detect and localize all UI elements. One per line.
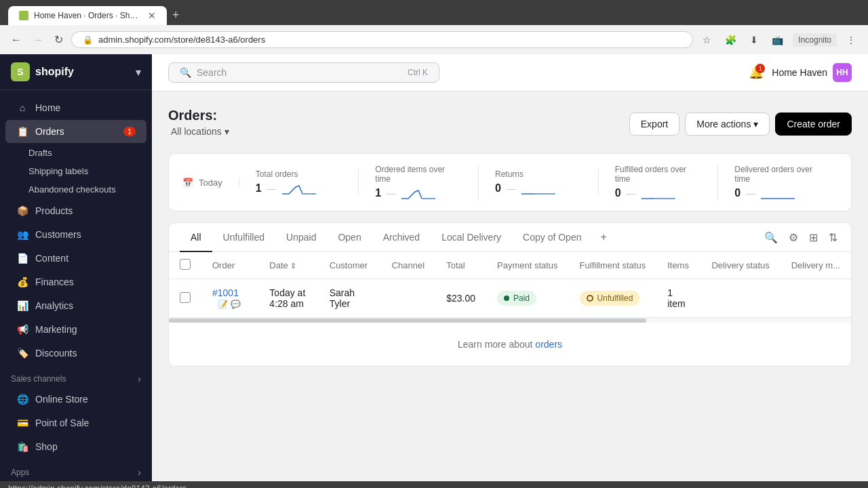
tab-unfulfilled[interactable]: Unfulfilled (212, 224, 275, 252)
shopify-logo-icon: S (11, 62, 30, 81)
order-delivery-method-cell (781, 279, 851, 318)
sidebar-item-analytics[interactable]: 📊 Analytics (5, 294, 146, 317)
apps-header: Apps › (0, 459, 152, 481)
export-button[interactable]: Export (629, 113, 679, 136)
sidebar-item-finances[interactable]: 💰 Finances (5, 270, 146, 293)
order-items-cell: 1 item (656, 279, 701, 318)
address-bar[interactable]: 🔒 admin.shopify.com/store/de8143-a6/orde… (71, 31, 693, 48)
col-channel: Channel (381, 252, 435, 279)
content-icon: 📄 (16, 252, 28, 264)
sidebar-item-discounts[interactable]: 🏷️ Discounts (5, 342, 146, 365)
store-avatar: HH (833, 63, 852, 82)
columns-button[interactable]: ⊞ (806, 228, 821, 247)
sidebar-item-label: Home (35, 102, 60, 113)
stats-dash-4: — (627, 188, 636, 199)
sidebar-item-label: Marketing (35, 324, 77, 335)
store-button[interactable]: Home Haven HH (772, 63, 852, 82)
status-bar: https://admin.shopify.com/store/de8143-a… (0, 481, 868, 488)
stats-ordered-items-label: Ordered items over time (375, 165, 462, 184)
tab-all[interactable]: All (180, 224, 212, 252)
filter-button[interactable]: ⚙ (786, 228, 801, 247)
tab-unpaid[interactable]: Unpaid (275, 224, 327, 252)
shopify-logo-text: shopify (35, 66, 74, 78)
forward-button[interactable]: → (30, 31, 46, 49)
tab-all-label: All (191, 232, 201, 243)
tab-open[interactable]: Open (327, 224, 372, 252)
sidebar-item-customers[interactable]: 👥 Customers (5, 223, 146, 246)
expand-icon[interactable]: › (138, 373, 141, 384)
col-order: Order (201, 252, 258, 279)
table-scrollbar[interactable] (169, 317, 851, 323)
sidebar-item-label: Analytics (35, 300, 73, 311)
reload-button[interactable]: ↻ (52, 30, 66, 49)
sidebar-item-label: Content (35, 253, 68, 264)
row-checkbox[interactable] (180, 292, 191, 303)
select-all-checkbox[interactable] (180, 259, 191, 270)
sidebar-item-shop[interactable]: 🛍️ Shop (5, 435, 146, 458)
download-button[interactable]: ⬇ (746, 32, 762, 48)
tab-archived[interactable]: Archived (372, 224, 431, 252)
sidebar-item-home[interactable]: ⌂ Home (5, 96, 146, 119)
sort-icon: ⇕ (290, 262, 296, 270)
create-order-button[interactable]: Create order (775, 113, 852, 136)
sidebar-item-label: Orders (35, 126, 64, 137)
stats-total-orders-row: 1 — (256, 182, 342, 195)
search-bar[interactable]: 🔍 Search Ctrl K (168, 62, 439, 83)
shopify-logo[interactable]: S shopify (11, 62, 74, 81)
menu-button[interactable]: ⋮ (842, 32, 860, 48)
cast-button[interactable]: 📺 (768, 32, 787, 48)
sidebar-item-drafts[interactable]: Drafts (0, 144, 152, 162)
order-delivery-status-cell (701, 279, 780, 318)
customers-icon: 👥 (16, 228, 28, 241)
order-fulfillment-status-cell: Unfulfilled (569, 279, 657, 318)
ordered-items-chart (401, 186, 435, 200)
sidebar-item-orders[interactable]: 📋 Orders 1 (5, 120, 146, 143)
sidebar-item-abandoned-checkouts[interactable]: Abandoned checkouts (0, 180, 152, 199)
learn-more-section: Learn more about orders (169, 323, 851, 366)
back-button[interactable]: ← (8, 31, 24, 49)
stats-dash-2: — (387, 188, 396, 199)
more-actions-button[interactable]: More actions ▾ (685, 113, 770, 136)
tab-close-button[interactable]: ✕ (148, 10, 156, 21)
apps-expand-icon[interactable]: › (138, 467, 141, 478)
sort-button[interactable]: ⇅ (826, 228, 840, 247)
more-actions-label: More actions (696, 119, 751, 129)
table-row[interactable]: #1001 📝 💬 Today at 4:28 am Sarah Tyler $… (169, 279, 851, 318)
col-date[interactable]: Date ⇕ (258, 252, 318, 279)
sidebar-item-products[interactable]: 📦 Products (5, 199, 146, 222)
bookmark-button[interactable]: ☆ (698, 32, 715, 48)
status-url: https://admin.shopify.com/store/de8143-a… (8, 484, 186, 488)
sidebar-item-marketing[interactable]: 📢 Marketing (5, 318, 146, 341)
col-channel-label: Channel (392, 260, 425, 270)
sidebar-collapse-button[interactable]: ▾ (136, 66, 141, 79)
extensions-button[interactable]: 🧩 (721, 32, 741, 48)
shop-icon: 🛍️ (16, 441, 28, 453)
order-link[interactable]: #1001 (212, 287, 239, 298)
more-actions-chevron-icon: ▾ (753, 119, 758, 129)
active-tab[interactable]: Home Haven · Orders · Shopify ✕ (8, 6, 167, 25)
fulfillment-dot (587, 295, 593, 302)
notification-button[interactable]: 🔔 1 (749, 65, 764, 80)
learn-more-link[interactable]: orders (535, 339, 562, 350)
fulfillment-status-label: Unfulfilled (597, 293, 633, 303)
sidebar-item-shipping-labels[interactable]: Shipping labels (0, 162, 152, 180)
search-orders-button[interactable]: 🔍 (762, 228, 781, 247)
new-tab-button[interactable]: + (167, 5, 185, 25)
location-dropdown[interactable]: All locations ▾ (168, 123, 232, 140)
sidebar-item-point-of-sale[interactable]: 💳 Point of Sale (5, 411, 146, 434)
tab-local-delivery-label: Local Delivery (441, 232, 501, 243)
tab-local-delivery[interactable]: Local Delivery (431, 224, 512, 252)
returns-chart (521, 182, 555, 195)
apps-label: Apps (11, 468, 29, 477)
orders-table-container: All Unfulfilled Unpaid Open Archived (168, 222, 852, 367)
sidebar-item-content[interactable]: 📄 Content (5, 247, 146, 270)
delivered-chart (761, 186, 795, 200)
col-items: Items (656, 252, 701, 279)
sidebar-item-online-store[interactable]: 🌐 Online Store (5, 388, 146, 411)
tab-copy-of-open[interactable]: Copy of Open (512, 224, 592, 252)
table-header-row: Order Date ⇕ Customer Channel (169, 252, 851, 279)
fulfilled-chart (642, 186, 675, 200)
add-tab-button[interactable]: + (595, 223, 612, 251)
tab-copy-of-open-label: Copy of Open (523, 232, 581, 243)
col-customer: Customer (319, 252, 381, 279)
